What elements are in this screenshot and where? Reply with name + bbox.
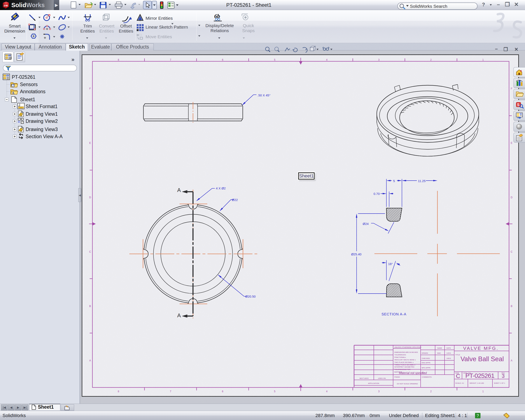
svg-text:Annotations: Annotations (20, 89, 45, 94)
svg-text:A: A (12, 91, 15, 95)
svg-text:Section View A-A: Section View A-A (26, 134, 63, 139)
svg-text:Sheet1: Sheet1 (20, 97, 35, 102)
svg-text:Drawing View3: Drawing View3 (26, 127, 58, 132)
svg-text:Drawing View2: Drawing View2 (26, 118, 58, 124)
svg-text:Drawing View1: Drawing View1 (26, 111, 58, 117)
svg-text:SW: SW (4, 4, 8, 7)
svg-text:Sensors: Sensors (20, 82, 38, 87)
svg-text:PT-025261: PT-025261 (12, 74, 36, 80)
svg-text:Sheet Format1: Sheet Format1 (26, 104, 57, 109)
svg-text:S: S (517, 103, 520, 107)
